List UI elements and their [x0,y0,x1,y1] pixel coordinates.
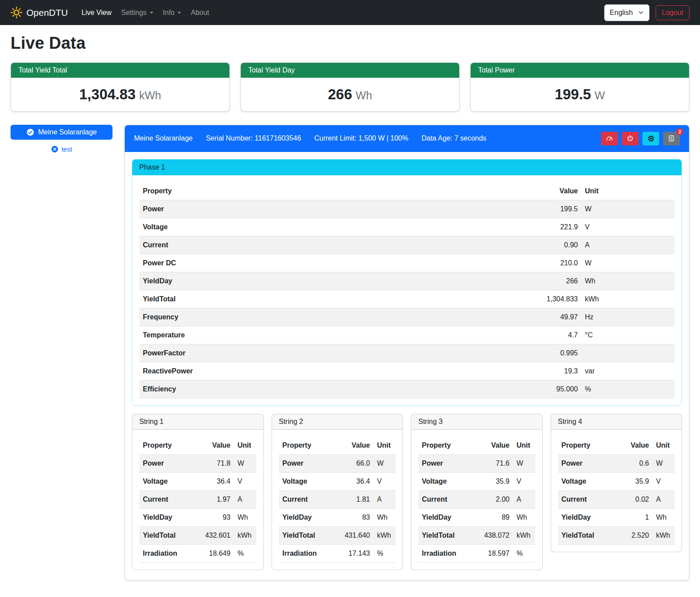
unit-cell: V [234,472,256,490]
table-row: PowerFactor0.995 [139,344,675,362]
nav-links: Live View Settings Info About [77,5,214,20]
string-card-title: String 3 [411,414,542,430]
top-navbar: OpenDTU Live View Settings Info About En… [0,0,700,25]
x-circle-icon [51,145,58,153]
value-cell: 210.0 [520,254,581,272]
table-row: Power DC210.0W [139,254,675,272]
column-header-value: Value [200,437,234,455]
string-4-table-body: Power0.6WVoltage35.9VCurrent0.02AYieldDa… [558,454,675,544]
property-cell: Irradiation [139,544,200,562]
property-cell: Voltage [418,472,479,490]
table-row: ReactivePower19.3var [139,362,675,380]
table-header-row: Property Value Unit [279,437,396,455]
value-cell: 35.9 [479,472,513,490]
page-title: Live Data [11,34,689,53]
property-cell: Power DC [139,254,520,272]
inverter-panel: Meine Solaranlage Serial Number: 1161716… [124,125,689,580]
brand[interactable]: OpenDTU [11,7,68,18]
nav-about[interactable]: About [186,5,214,20]
inverter-sidebar: Meine Solaranlage test [11,125,112,153]
table-row: Voltage36.4V [279,472,396,490]
nav-about-label: About [191,9,209,17]
logout-button[interactable]: Logout [656,5,689,20]
nav-settings[interactable]: Settings [116,5,158,20]
card-header: Total Yield Day [241,63,459,78]
property-cell: Power [558,454,619,472]
value-cell: 93 [200,508,234,526]
value-cell: 95.000 [520,380,581,398]
caret-down-icon [150,12,153,14]
table-row: YieldDay1Wh [558,508,675,526]
value-cell: 2.520 [618,526,653,544]
table-header-row: Property Value Unit [139,437,256,455]
inverter-select-button[interactable]: Meine Solaranlage [11,125,112,140]
value-cell: 0.02 [618,490,653,508]
string-3-table: Property Value Unit Power71.6WVoltage35.… [418,437,535,563]
table-row: YieldTotal1,304.833kWh [139,290,675,308]
column-header-property: Property [558,437,619,455]
table-row: Power71.6W [418,454,535,472]
value-cell: 18.597 [479,544,513,562]
table-row: Efficiency95.000% [139,380,675,398]
property-cell: Current [418,490,479,508]
unit-cell: W [581,200,675,218]
value-cell: 199.5 [520,200,581,218]
property-cell: Power [418,454,479,472]
sidebar-item-test[interactable]: test [11,145,112,153]
table-row: Current1.97A [139,490,256,508]
device-info-button[interactable] [642,132,659,145]
inverter-data-age: Data Age: 7 seconds [421,134,486,142]
column-header-value: Value [339,437,374,455]
string-card-body: Property Value Unit Power66.0WVoltage36.… [272,430,403,570]
table-row: YieldDay93Wh [139,508,256,526]
total-yield-total-value: 1,304.83 [79,86,135,102]
nav-info[interactable]: Info [158,5,186,20]
column-header-unit: Unit [653,437,675,455]
page-content: Live Data Total Yield Total 1,304.83kWh … [0,25,700,593]
value-cell: 0.90 [520,236,581,254]
strings-row: String 1 Property Value Unit [132,414,682,570]
phase-table-body: Power199.5WVoltage221.9VCurrent0.90APowe… [139,200,675,398]
string-card-body: Property Value Unit Power71.8WVoltage36.… [132,430,263,570]
column-header-unit: Unit [513,437,535,455]
table-header-row: Property Value Unit [139,182,675,200]
value-cell: 36.4 [200,472,234,490]
table-row: Current1.81A [279,490,396,508]
unit-cell: Hz [581,308,675,326]
property-cell: Power [139,454,200,472]
property-cell: YieldDay [139,272,520,290]
limit-settings-button[interactable] [601,132,618,145]
table-row: Current0.02A [558,490,675,508]
value-cell: 431.640 [339,526,374,544]
value-cell: 4.7 [520,326,581,344]
power-toggle-button[interactable] [622,132,638,145]
string-1-table-body: Power71.8WVoltage36.4VCurrent1.97AYieldD… [139,454,256,562]
card-body: 1,304.83kWh [11,78,229,111]
nav-live-view[interactable]: Live View [77,5,116,20]
value-cell: 2.00 [479,490,513,508]
check-circle-icon [26,128,34,136]
main-row: Meine Solaranlage test Meine Solaranlage… [11,125,689,580]
property-cell: Temperature [139,326,520,344]
string-card-title: String 4 [551,414,682,430]
unit-cell: W [581,254,675,272]
property-cell: Current [279,490,340,508]
table-row: Frequency49.97Hz [139,308,675,326]
event-log-button[interactable]: 2 [663,132,680,145]
summary-cards-row: Total Yield Total 1,304.83kWh Total Yiel… [11,62,689,112]
unit-cell: % [581,380,675,398]
unit-cell: Wh [653,508,675,526]
language-select[interactable]: English [604,4,649,21]
string-3-table-body: Power71.6WVoltage35.9VCurrent2.00AYieldD… [418,454,535,562]
table-row: Irradiation17.143% [279,544,396,562]
property-cell: YieldTotal [279,526,340,544]
unit-cell: W [234,454,256,472]
total-power-card: Total Power 199.5W [470,62,689,112]
column-header-unit: Unit [374,437,395,455]
table-row: YieldDay89Wh [418,508,535,526]
unit-cell: kWh [653,526,675,544]
property-cell: YieldTotal [418,526,479,544]
string-card-title: String 2 [272,414,403,430]
value-cell: 0.6 [618,454,653,472]
value-cell: 1 [618,508,653,526]
